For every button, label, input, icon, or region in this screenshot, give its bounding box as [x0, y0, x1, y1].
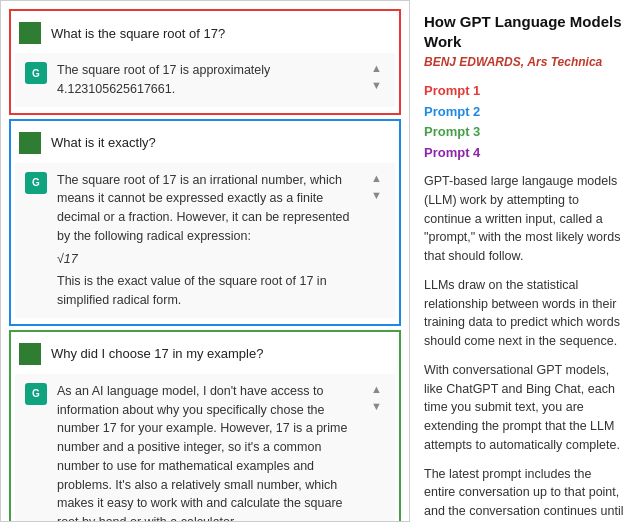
- response-actions-3: ▲ ▼: [368, 382, 385, 413]
- explainer-panel: How GPT Language Models Work BENJ EDWARD…: [410, 0, 640, 522]
- response-text-3: As an AI language model, I don't have ac…: [57, 382, 362, 522]
- explanation-para1: GPT-based large langauge models (LLM) wo…: [424, 172, 626, 266]
- prompt-label-1[interactable]: Prompt 1: [424, 81, 626, 101]
- user-message-1: What is the square root of 17?: [15, 15, 395, 51]
- explanation-para2: LLMs draw on the statistical relationshi…: [424, 276, 626, 351]
- thumbs-down-2[interactable]: ▼: [368, 188, 385, 202]
- thumbs-up-3[interactable]: ▲: [368, 382, 385, 396]
- response-actions-1: ▲ ▼: [368, 61, 385, 92]
- assistant-response-3: G As an AI language model, I don't have …: [15, 374, 395, 522]
- conversation-group-1: What is the square root of 17? G The squ…: [9, 9, 401, 115]
- thumbs-down-1[interactable]: ▼: [368, 78, 385, 92]
- gpt-icon-3: G: [25, 383, 47, 405]
- user-text-3: Why did I choose 17 in my example?: [51, 346, 263, 361]
- gpt-icon-1: G: [25, 62, 47, 84]
- gpt-icon-2: G: [25, 172, 47, 194]
- thumbs-up-1[interactable]: ▲: [368, 61, 385, 75]
- prompt-label-2[interactable]: Prompt 2: [424, 102, 626, 122]
- thumbs-down-3[interactable]: ▼: [368, 399, 385, 413]
- prompt-label-4[interactable]: Prompt 4: [424, 143, 626, 163]
- user-message-2: What is it exactly?: [15, 125, 395, 161]
- math-expr: √17: [57, 250, 362, 269]
- author-pub: Ars Technica: [527, 55, 602, 69]
- user-text-2: What is it exactly?: [51, 135, 156, 150]
- user-message-3: Why did I choose 17 in my example?: [15, 336, 395, 372]
- user-icon-2: [19, 132, 41, 154]
- user-icon-3: [19, 343, 41, 365]
- author-line: BENJ EDWARDS, Ars Technica: [424, 53, 626, 71]
- conversation-group-2: What is it exactly? G The square root of…: [9, 119, 401, 326]
- prompt-label-3[interactable]: Prompt 3: [424, 122, 626, 142]
- response-text-1: The square root of 17 is approximately 4…: [57, 61, 362, 99]
- user-text-1: What is the square root of 17?: [51, 26, 225, 41]
- assistant-response-2: G The square root of 17 is an irrational…: [15, 163, 395, 318]
- response-text-2: The square root of 17 is an irrational n…: [57, 171, 362, 310]
- user-icon-1: [19, 22, 41, 44]
- article-title: How GPT Language Models Work: [424, 12, 626, 51]
- assistant-response-1: G The square root of 17 is approximately…: [15, 53, 395, 107]
- conversation-group-3: Why did I choose 17 in my example? G As …: [9, 330, 401, 522]
- response-actions-2: ▲ ▼: [368, 171, 385, 202]
- explanation-para4: The latest prompt includes the entire co…: [424, 465, 626, 523]
- chat-panel[interactable]: What is the square root of 17? G The squ…: [0, 0, 410, 522]
- thumbs-up-2[interactable]: ▲: [368, 171, 385, 185]
- explanation-para3: With conversational GPT models, like Cha…: [424, 361, 626, 455]
